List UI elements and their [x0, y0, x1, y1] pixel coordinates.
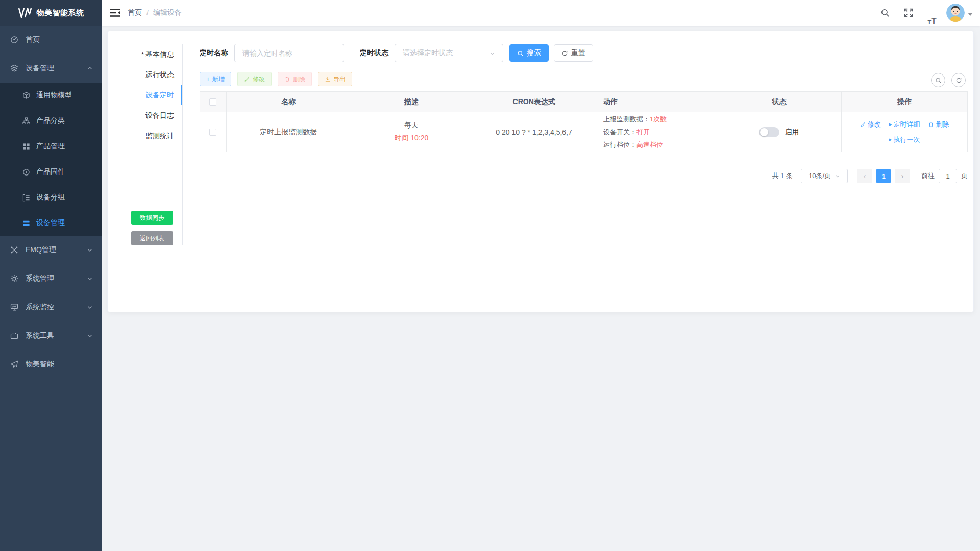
data-sync-button[interactable]: 数据同步: [131, 211, 173, 225]
app-logo[interactable]: 物美智能系统: [0, 0, 102, 26]
tab-run-status[interactable]: 运行状态: [128, 64, 182, 85]
timer-status-select[interactable]: 请选择定时状态: [395, 44, 503, 62]
search-button-label: 搜索: [527, 48, 541, 58]
edit-button[interactable]: 修改: [237, 72, 272, 86]
trash-icon: [928, 121, 934, 128]
tab-device-timer[interactable]: 设备定时: [128, 85, 182, 105]
chevron-down-icon: [489, 51, 495, 56]
tree-icon: [22, 117, 30, 125]
sidebar-item-system-monitor[interactable]: 系统监控: [0, 293, 102, 321]
sidebar-item-emq[interactable]: EMQ管理: [0, 236, 102, 264]
op-label: 定时详细: [893, 120, 920, 129]
timer-status-label: 定时状态: [360, 48, 388, 58]
reset-button[interactable]: 重置: [554, 44, 593, 62]
sidebar-item-label: EMQ管理: [26, 245, 56, 255]
sidebar-item-thing-model[interactable]: 通用物模型: [0, 83, 102, 108]
emq-icon: [10, 246, 18, 254]
sidebar-item-label: 产品分类: [36, 116, 65, 126]
export-button-label: 导出: [333, 75, 346, 84]
refresh-icon: [561, 50, 568, 57]
page-number-1[interactable]: 1: [876, 169, 891, 183]
sidebar-toggle-button[interactable]: [102, 0, 128, 26]
font-size-button[interactable]: TT: [923, 0, 941, 26]
sidebar-item-label: 首页: [26, 35, 40, 44]
fullscreen-icon: [904, 8, 913, 17]
action-value: 打开: [636, 128, 650, 136]
header-cron: CRON表达式: [472, 92, 596, 112]
op-run-once-link[interactable]: ▸ 执行一次: [889, 135, 920, 144]
back-to-list-button[interactable]: 返回列表: [131, 231, 173, 245]
prev-page-button[interactable]: ‹: [857, 169, 872, 183]
tab-label: 运行状态: [145, 70, 174, 79]
trash-icon: [284, 76, 290, 82]
chevron-down-icon: [87, 276, 93, 282]
download-icon: [325, 76, 331, 82]
toggle-knob: [760, 128, 768, 136]
sidebar-item-device-group[interactable]: 设备分组: [0, 185, 102, 210]
sidebar-item-label: 产品管理: [36, 142, 65, 151]
tab-monitor-stats[interactable]: 监测统计: [128, 126, 182, 146]
tab-basic-info[interactable]: *基本信息: [128, 44, 182, 64]
fullscreen-button[interactable]: [899, 0, 918, 26]
edit-device-card: *基本信息 运行状态 设备定时 设备日志 监测统计 数据同步 返回列表 定时名称…: [107, 31, 974, 312]
pagination: 共 1 条 10条/页 ‹ 1 › 前往 页: [200, 168, 968, 184]
sidebar-item-wumei[interactable]: 物美智能: [0, 350, 102, 379]
goto-page-input[interactable]: [939, 169, 957, 183]
op-edit-link[interactable]: 修改: [860, 120, 881, 129]
op-label: 修改: [868, 120, 881, 129]
tab-active-indicator: [181, 85, 182, 105]
group-icon: [22, 194, 30, 202]
row-checkbox[interactable]: [209, 129, 216, 136]
timer-name-input[interactable]: [234, 44, 344, 62]
caret-right-icon: ▸: [889, 136, 892, 143]
avatar[interactable]: [946, 4, 965, 22]
header-search-button[interactable]: [876, 0, 894, 26]
status-toggle[interactable]: [759, 127, 779, 137]
breadcrumb-home[interactable]: 首页: [128, 8, 142, 17]
toggle-search-button[interactable]: [931, 73, 945, 87]
avatar-image: [946, 4, 965, 22]
cell-name: 定时上报监测数据: [227, 112, 351, 152]
op-timer-detail-link[interactable]: ▸ 定时详细: [889, 120, 920, 129]
refresh-table-button[interactable]: [951, 73, 966, 87]
timer-name-label: 定时名称: [200, 48, 228, 58]
sidebar-item-home[interactable]: 首页: [0, 26, 102, 54]
chevron-down-icon: [87, 304, 93, 310]
next-page-button[interactable]: ›: [895, 169, 910, 183]
cell-ops: 修改 ▸ 定时详细 删除 ▸ 执行一次: [842, 112, 967, 152]
user-menu[interactable]: [946, 4, 973, 22]
action-line: 运行档位：高速档位: [603, 140, 663, 149]
select-all-checkbox[interactable]: [209, 98, 216, 106]
search-icon: [517, 50, 524, 57]
sidebar-item-product-firmware[interactable]: 产品固件: [0, 159, 102, 185]
plus-icon: +: [206, 76, 210, 83]
cube-icon: [22, 92, 30, 99]
app-title: 物美智能系统: [37, 8, 84, 18]
breadcrumb-separator: /: [146, 9, 149, 17]
sidebar-item-device-mgmt[interactable]: 设备管理: [0, 54, 102, 83]
breadcrumb-current: 编辑设备: [153, 8, 182, 17]
export-button[interactable]: 导出: [318, 72, 352, 86]
search-button[interactable]: 搜索: [509, 44, 549, 62]
add-button[interactable]: + 新增: [200, 72, 231, 86]
sidebar-item-system-tools[interactable]: 系统工具: [0, 321, 102, 350]
header-action: 动作: [596, 92, 717, 112]
op-delete-link[interactable]: 删除: [928, 120, 949, 129]
chevron-down-icon: [87, 247, 93, 253]
cell-status: 启用: [717, 112, 842, 152]
search-icon: [935, 77, 942, 84]
delete-button[interactable]: 删除: [278, 72, 312, 86]
sidebar-item-system-mgmt[interactable]: 系统管理: [0, 264, 102, 293]
paper-plane-icon: [10, 360, 18, 368]
sidebar-item-product-mgmt[interactable]: 产品管理: [0, 134, 102, 159]
chevron-down-icon: [87, 333, 93, 339]
tab-label: 设备定时: [145, 91, 174, 99]
action-line: 上报监测数据：1次数: [603, 115, 667, 124]
hamburger-icon: [110, 8, 120, 17]
sidebar-item-product-category[interactable]: 产品分类: [0, 108, 102, 134]
sidebar-item-device-mgmt-sub[interactable]: 设备管理: [0, 210, 102, 236]
target-icon: [22, 168, 30, 176]
tab-device-log[interactable]: 设备日志: [128, 105, 182, 126]
page-size-select[interactable]: 10条/页: [801, 169, 848, 183]
edit-button-label: 修改: [253, 75, 265, 84]
